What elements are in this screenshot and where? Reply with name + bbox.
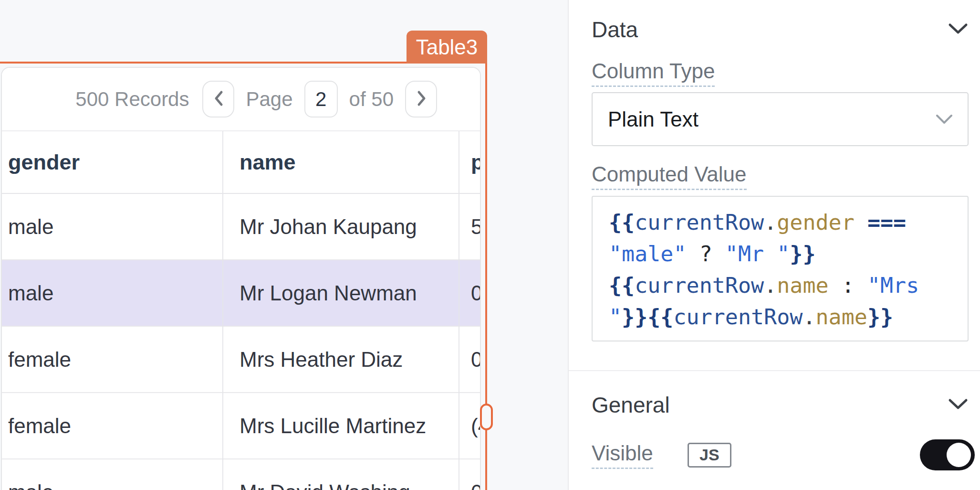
table-cell-gender: male: [8, 459, 53, 490]
code-line: "}}{{currentRow.name}}: [609, 301, 968, 333]
column-type-select[interactable]: Plain Text: [592, 92, 969, 146]
column-type-selected-value: Plain Text: [608, 107, 935, 131]
table-pagination-bar: 500 Records Page of 50: [2, 68, 480, 131]
js-toggle-button[interactable]: JS: [688, 443, 731, 468]
table-cell-p: 0: [471, 327, 481, 392]
table-cell-name: Mr David Washing…: [240, 459, 431, 490]
chevron-left-icon: [213, 90, 224, 108]
table-body: maleMr Johan Kaupang5maleMr Logan Newman…: [2, 194, 480, 490]
chevron-right-icon: [416, 90, 427, 108]
prev-page-button[interactable]: [202, 81, 234, 117]
component-name-tab[interactable]: Table3: [407, 31, 487, 64]
chevron-down-icon: [948, 22, 969, 37]
table-cell-name: Mr Logan Newman: [240, 260, 417, 326]
visible-label: Visible: [592, 441, 653, 469]
column-type-label: Column Type: [592, 59, 715, 87]
table-cell-name: Mrs Lucille Martinez: [240, 393, 426, 458]
table-cell-gender: female: [8, 393, 71, 458]
table-cell-p: 5: [471, 194, 481, 259]
table-cell-gender: male: [8, 260, 53, 326]
table-row[interactable]: maleMr Logan Newman0: [2, 260, 480, 327]
records-count-label: 500 Records: [75, 88, 189, 111]
code-line: {{currentRow.gender ===: [609, 207, 968, 238]
table-cell-p: 0: [471, 260, 481, 326]
table-row[interactable]: maleMr Johan Kaupang5: [2, 194, 480, 260]
visible-setting-row: Visible JS: [592, 439, 975, 470]
computed-value-label: Computed Value: [592, 162, 747, 190]
table-cell-p: (4: [471, 393, 481, 458]
inspector-panel: Data Column Type Plain Text Computed Val…: [568, 0, 980, 490]
page-number-input[interactable]: [304, 81, 338, 117]
column-header-gender[interactable]: gender: [8, 131, 80, 193]
code-line: {{currentRow.name : "Mrs: [609, 270, 968, 301]
table-widget[interactable]: 500 Records Page of 50 gender name: [1, 67, 481, 490]
toggle-knob: [947, 443, 971, 467]
next-page-button[interactable]: [405, 81, 437, 117]
table-cell-name: Mrs Heather Diaz: [240, 327, 403, 392]
table-row[interactable]: maleMr David Washing…0: [2, 459, 480, 490]
visible-toggle[interactable]: [920, 439, 975, 470]
page-total-label: of 50: [349, 88, 394, 111]
chevron-down-icon: [935, 114, 953, 125]
table-cell-p: 0: [471, 459, 481, 490]
table-cell-name: Mr Johan Kaupang: [240, 194, 417, 259]
app-canvas: 500 Records Page of 50 gender name: [0, 0, 980, 490]
resize-handle[interactable]: [480, 404, 493, 430]
table-row[interactable]: femaleMrs Lucille Martinez(4: [2, 393, 480, 459]
section-header-data[interactable]: Data: [592, 16, 969, 43]
chevron-down-icon: [948, 398, 969, 412]
section-divider: [569, 370, 980, 371]
computed-value-code-editor[interactable]: {{currentRow.gender ==="male" ? "Mr "}}{…: [592, 196, 969, 341]
section-header-general[interactable]: General: [592, 392, 969, 418]
section-title: General: [592, 392, 670, 418]
section-title: Data: [592, 17, 638, 43]
code-line: "male" ? "Mr "}}: [609, 238, 968, 270]
table-cell-gender: male: [8, 194, 53, 259]
table-row[interactable]: femaleMrs Heather Diaz0: [2, 327, 480, 393]
column-header-p[interactable]: p: [471, 131, 481, 193]
page-label: Page: [246, 88, 292, 111]
table-cell-gender: female: [8, 327, 71, 392]
column-header-name[interactable]: name: [240, 131, 296, 193]
table-header-row: gender name p: [2, 131, 480, 194]
